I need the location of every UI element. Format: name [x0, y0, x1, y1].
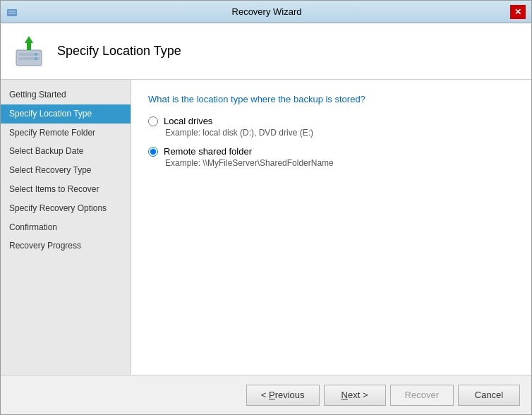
recover-label: Recover [405, 390, 439, 400]
sidebar-item-select-recovery-type[interactable]: Select Recovery Type [1, 161, 131, 180]
next-button[interactable]: Next > [324, 385, 386, 406]
next-label: N [341, 390, 348, 400]
sidebar-item-getting-started[interactable]: Getting Started [1, 85, 131, 104]
location-question: What is the location type where the back… [148, 94, 514, 104]
sidebar-item-specify-remote-folder[interactable]: Specify Remote Folder [1, 124, 131, 143]
local-drives-radio[interactable] [148, 116, 158, 126]
svg-rect-2 [8, 13, 16, 14]
local-drives-text: Local drives [164, 116, 212, 126]
sidebar-item-specify-recovery-options[interactable]: Specify Recovery Options [1, 199, 131, 218]
local-drives-label[interactable]: Local drives [148, 116, 514, 126]
cancel-label: Cancel [475, 390, 503, 400]
previous-label: P [269, 390, 275, 400]
recover-button[interactable]: Recover [390, 385, 454, 406]
title-bar: Recovery Wizard ✕ [1, 1, 531, 23]
previous-button[interactable]: < Previous [246, 385, 320, 406]
app-icon [6, 6, 18, 18]
close-button[interactable]: ✕ [510, 5, 526, 19]
local-drives-example: Example: local disk (D:), DVD drive (E:) [165, 128, 514, 138]
wizard-icon [12, 35, 46, 68]
svg-point-6 [35, 53, 37, 56]
remote-folder-radio[interactable] [148, 147, 158, 157]
svg-rect-1 [8, 11, 16, 12]
wizard-header: Specify Location Type [1, 23, 531, 80]
main-content: What is the location type where the back… [131, 80, 531, 375]
sidebar-item-recovery-progress[interactable]: Recovery Progress [1, 236, 131, 255]
local-drives-option: Local drives Example: local disk (D:), D… [148, 116, 514, 138]
remote-folder-label[interactable]: Remote shared folder [148, 146, 514, 157]
content-area: Getting Started Specify Location Type Sp… [1, 80, 531, 375]
wizard-footer: < Previous Next > Recover Cancel [1, 375, 531, 414]
sidebar: Getting Started Specify Location Type Sp… [1, 80, 131, 375]
svg-point-7 [35, 57, 37, 60]
remote-folder-example: Example: \\MyFileServer\SharedFolderName [165, 158, 514, 168]
cancel-button[interactable]: Cancel [458, 385, 520, 406]
location-type-options: Local drives Example: local disk (D:), D… [148, 116, 514, 168]
window-title: Recovery Wizard [23, 6, 510, 17]
recovery-wizard-window: Recovery Wizard ✕ Specify Location Type … [0, 0, 532, 415]
sidebar-item-select-backup-date[interactable]: Select Backup Date [1, 142, 131, 161]
sidebar-item-select-items-to-recover[interactable]: Select Items to Recover [1, 180, 131, 199]
sidebar-item-confirmation[interactable]: Confirmation [1, 218, 131, 237]
sidebar-item-specify-location-type[interactable]: Specify Location Type [1, 104, 131, 124]
remote-folder-option: Remote shared folder Example: \\MyFileSe… [148, 146, 514, 168]
page-title: Specify Location Type [57, 44, 181, 59]
remote-folder-text: Remote shared folder [164, 146, 252, 157]
svg-marker-8 [25, 36, 33, 50]
